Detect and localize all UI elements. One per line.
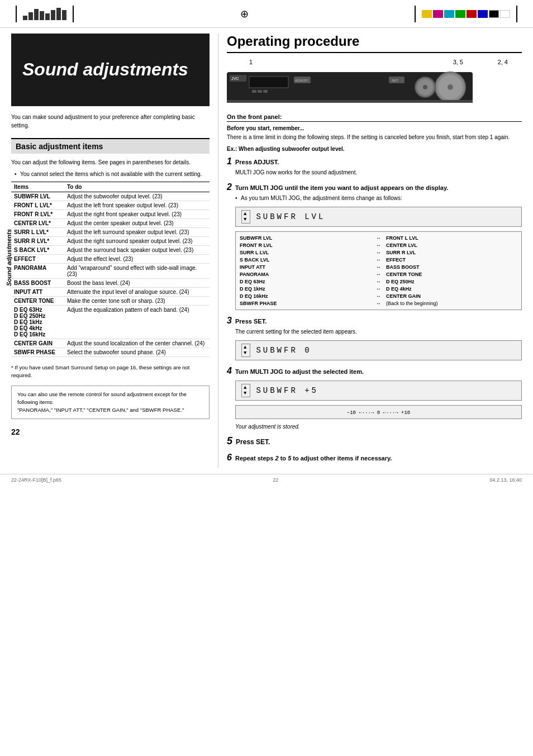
- table-row-desc: Adjust the subwoofer output level. (23): [64, 192, 210, 201]
- color-block-black: [489, 10, 499, 18]
- items-table: Items To do SUBWFR LVLAdjust the subwoof…: [11, 182, 210, 357]
- adj-grid-left: SURR L LVL: [239, 249, 372, 256]
- color-block-green: [455, 10, 465, 18]
- display-jvc-3: ▲▼: [241, 384, 250, 397]
- front-panel-header: On the front panel:: [227, 113, 522, 122]
- step-1-body: MULTI JOG now works for the sound adjust…: [235, 168, 522, 177]
- col-items: Items: [11, 182, 64, 192]
- adj-grid-arrow: ↔: [375, 278, 382, 285]
- adj-grid-arrow: ↔: [375, 256, 382, 263]
- adj-grid-right: SURR R LVL: [385, 249, 518, 256]
- bar-block-4: [40, 11, 44, 20]
- svg-rect-6: [263, 90, 268, 93]
- display-subwfr-0: SUBWFR 0: [256, 346, 311, 355]
- display-box-3: ▲▼ SUBWFR +5: [235, 381, 522, 401]
- svg-rect-5: [258, 90, 262, 93]
- step-1-title: Press ADJUST.: [235, 159, 279, 165]
- step-1-num: 1: [227, 156, 232, 166]
- adj-grid-right: D EQ 4kHz: [385, 286, 518, 292]
- adj-grid-left: D EQ 16kHz: [239, 293, 372, 299]
- display-subwfr-lvl: SUBWFR LVL: [256, 212, 325, 221]
- step-1: 1 Press ADJUST. MULTI JOG now works for …: [227, 156, 522, 177]
- step-5-num: 5: [227, 435, 232, 446]
- table-row-desc: Adjust the left surround speaker output …: [64, 228, 210, 237]
- adj-grid-arrow: ↔: [375, 286, 382, 292]
- op-proc-title: Operating procedure: [227, 34, 522, 53]
- table-row-name: CENTER LVL*: [11, 219, 64, 228]
- table-row-desc: Select the subwoofer sound phase. (24): [64, 348, 210, 357]
- color-block-cyan: [444, 10, 454, 18]
- table-row-desc: Adjust the right surround speaker output…: [64, 237, 210, 246]
- display-subwfr-p5: SUBWFR +5: [256, 386, 318, 395]
- color-block-magenta: [433, 10, 443, 18]
- step-5-title: Press SET.: [236, 438, 270, 446]
- adj-grid-arrow: ↔: [375, 264, 382, 270]
- step-4-display-area: ▲▼ SUBWFR +5 −10 ←···→ 0 ←···→ +10: [235, 381, 522, 419]
- footer: 22-24RX-F10[B]_f.p65 22 04.2.13, 16:40: [0, 474, 533, 486]
- table-row-name: SUBWFR LVL: [11, 192, 64, 201]
- step-3-body: The current setting for the selected ite…: [235, 327, 522, 336]
- svg-rect-4: [252, 90, 256, 93]
- bar-block-6: [51, 10, 55, 20]
- svg-text:ADJUST: ADJUST: [295, 79, 308, 82]
- table-row-name: SURR L LVL*: [11, 228, 64, 237]
- table-row-desc: Adjust the effect level. (23): [64, 255, 210, 264]
- footer-center: 22: [273, 477, 278, 483]
- table-row-name: EFFECT: [11, 255, 64, 264]
- svg-point-13: [448, 84, 453, 90]
- color-block-yellow: [422, 10, 432, 18]
- step-6-num: 6: [227, 453, 232, 462]
- bullet-list: You cannot select the items which is not…: [11, 171, 210, 177]
- step-6-title: Repeat steps 2 to 5 to adjust other item…: [235, 455, 392, 462]
- section-description: You can adjust the following items. See …: [11, 158, 210, 167]
- adj-grid-arrow: ↔: [375, 300, 382, 307]
- adj-grid-left: PANORAMA: [239, 271, 372, 278]
- step-2-body: As you turn MULTI JOG, the adjustment it…: [235, 194, 522, 202]
- before-start-text: There is a time limit in doing the follo…: [227, 133, 522, 141]
- display-box-1: ▲▼ SUBWFR LVL: [235, 207, 522, 227]
- col-todo: To do: [64, 182, 210, 192]
- step-5: 5 Press SET.: [227, 435, 522, 447]
- table-row-name: S BACK LVL*: [11, 246, 64, 255]
- adj-grid-right: FRONT L LVL: [385, 235, 518, 241]
- table-row-desc: Make the center tone soft or sharp. (23): [64, 297, 210, 306]
- adj-grid-arrow: ↔: [375, 271, 382, 278]
- adj-grid-right: CENTER LVL: [385, 242, 518, 249]
- scale-display: −10 ←···→ 0 ←···→ +10: [235, 405, 522, 419]
- svg-rect-3: [249, 77, 288, 88]
- top-bar: ⊕: [0, 0, 533, 28]
- compass-icon: ⊕: [240, 8, 249, 20]
- note-box-text: You can also use the remote control for …: [17, 391, 187, 413]
- step-3-num: 3: [227, 316, 232, 325]
- adj-grid-left: FRONT R LVL: [239, 242, 372, 249]
- page-title: Sound adjustments: [22, 60, 188, 79]
- right-column: Operating procedure 1 3, 5 2, 4 JVC: [218, 34, 522, 468]
- bar-block-2: [28, 12, 33, 20]
- left-column: Sound adjustments Sound adjustments You …: [11, 34, 218, 468]
- table-row-name: SBWFR PHASE: [11, 348, 64, 357]
- top-bar-line-right: [73, 6, 74, 22]
- sound-title-box: Sound adjustments: [11, 34, 210, 106]
- svg-rect-17: [227, 100, 473, 103]
- top-right-line: [415, 6, 416, 22]
- scale-bar: −10 ←···→ 0 ←···→ +10: [241, 410, 516, 416]
- bar-block-7: [56, 8, 61, 20]
- adj-grid-left: INPUT ATT: [239, 264, 372, 270]
- step-4: 4 Turn MULTI JOG to adjust the selected …: [227, 366, 522, 430]
- bar-block-5: [45, 13, 50, 20]
- adj-grid-right: D EQ 250Hz: [385, 278, 518, 285]
- intro-text: You can make sound adjustment to your pr…: [11, 113, 210, 130]
- step-2-title: Turn MULTI JOG until the item you want t…: [235, 184, 448, 191]
- step-2-num: 2: [227, 182, 232, 192]
- table-row-desc: Adjust the equalization pattern of each …: [64, 306, 210, 339]
- adj-grid-arrow: ↔: [375, 242, 382, 249]
- step-2-bullet: As you turn MULTI JOG, the adjustment it…: [235, 195, 402, 201]
- top-bar-line-left: [16, 6, 17, 22]
- color-block-white: [500, 10, 510, 18]
- color-block-blue: [478, 10, 488, 18]
- adj-grid-right: CENTER TONE: [385, 271, 518, 278]
- display-jvc-1: ▲▼: [241, 210, 250, 224]
- svg-text:SET: SET: [392, 79, 398, 82]
- top-right-line2: [516, 6, 517, 22]
- table-row-desc: Boost the bass level. (24): [64, 279, 210, 288]
